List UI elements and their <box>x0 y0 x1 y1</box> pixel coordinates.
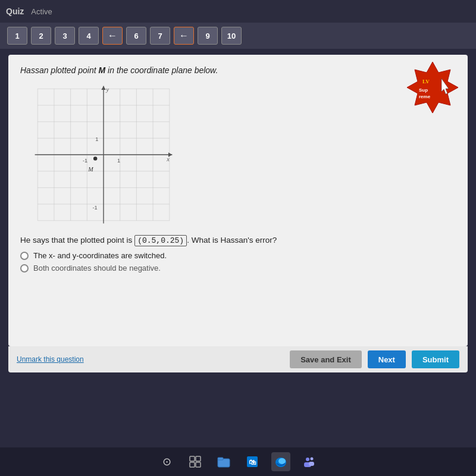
nav-btn-9[interactable]: 9 <box>198 27 218 45</box>
point-label: M <box>99 65 106 75</box>
nav-btn-6[interactable]: 6 <box>126 27 146 45</box>
save-exit-button[interactable]: Save and Exit <box>290 350 362 368</box>
question-text: Hassan plotted point M in the coordinate… <box>20 65 456 75</box>
taskbar-teams[interactable] <box>300 452 319 471</box>
taskbar-task-view[interactable] <box>186 452 205 471</box>
nav-btn-3[interactable]: 3 <box>55 27 75 45</box>
svg-text:1: 1 <box>95 136 98 142</box>
svg-text:1: 1 <box>117 158 120 164</box>
taskbar-edge[interactable] <box>271 452 290 471</box>
svg-rect-38 <box>196 462 201 467</box>
nav-btn-4[interactable]: 4 <box>79 27 99 45</box>
answer-description: He says that the plotted point is (0.5,0… <box>20 236 456 245</box>
radio-option-2[interactable] <box>20 264 29 273</box>
option-2-label: Both coordinates should be negative. <box>33 264 161 273</box>
nav-btn-prev[interactable]: ← <box>102 27 123 45</box>
screen-background: LV Sup reme Hassan plotted point M in th… <box>0 49 476 447</box>
action-bar: Unmark this question Save and Exit Next … <box>8 346 468 372</box>
unmark-link[interactable]: Unmark this question <box>17 355 284 364</box>
svg-point-44 <box>278 458 286 464</box>
nav-btn-7[interactable]: 7 <box>150 27 170 45</box>
option-row-2[interactable]: Both coordinates should be negative. <box>20 264 456 273</box>
svg-text:-1: -1 <box>83 158 87 164</box>
nav-btn-2[interactable]: 2 <box>31 27 51 45</box>
svg-text:M: M <box>87 166 93 173</box>
svg-text:🛍: 🛍 <box>249 458 256 466</box>
next-button[interactable]: Next <box>368 350 406 368</box>
option-1-label: The x- and y-coordinates are switched. <box>33 251 167 260</box>
svg-marker-0 <box>407 62 458 113</box>
svg-point-45 <box>306 458 309 461</box>
submit-button[interactable]: Submit <box>412 350 459 368</box>
taskbar-store[interactable]: 🛍 <box>243 452 262 471</box>
svg-rect-40 <box>218 458 223 460</box>
answer-section: He says that the plotted point is (0.5,0… <box>20 236 456 273</box>
svg-text:y: y <box>106 86 109 93</box>
coordinate-grid: x y -1 1 1 -1 M <box>32 83 175 226</box>
svg-rect-37 <box>190 462 195 467</box>
radio-option-1[interactable] <box>20 252 29 260</box>
quiz-title: Quiz <box>6 7 24 16</box>
top-bar: Quiz Active <box>0 0 476 23</box>
svg-point-33 <box>93 156 97 160</box>
nav-btn-10[interactable]: 10 <box>221 27 242 45</box>
coords-value: (0.5,0.25) <box>134 235 187 246</box>
nav-btn-8[interactable]: ← <box>174 27 194 45</box>
taskbar: ⊙ 🛍 <box>0 447 476 476</box>
option-row-1[interactable]: The x- and y-coordinates are switched. <box>20 251 456 260</box>
taskbar-files[interactable] <box>214 452 233 471</box>
svg-point-46 <box>311 458 314 461</box>
quiz-navigation: 1 2 3 4 ← 6 7 ← 9 10 <box>0 23 476 49</box>
quiz-status: Active <box>31 7 52 16</box>
svg-text:Sup: Sup <box>419 87 428 93</box>
taskbar-search[interactable]: ⊙ <box>157 452 176 471</box>
svg-rect-36 <box>196 456 201 461</box>
svg-rect-48 <box>309 462 314 466</box>
svg-text:reme: reme <box>419 94 431 99</box>
svg-text:LV: LV <box>422 79 430 84</box>
nav-btn-1[interactable]: 1 <box>7 27 27 45</box>
grid-svg: x y -1 1 1 -1 M <box>32 83 175 226</box>
svg-marker-26 <box>101 86 105 90</box>
svg-text:x: x <box>166 156 170 162</box>
question-card: LV Sup reme Hassan plotted point M in th… <box>8 55 468 346</box>
svg-text:-1: -1 <box>93 205 98 211</box>
svg-rect-35 <box>190 456 195 461</box>
supreme-sticker: LV Sup reme <box>406 61 459 114</box>
